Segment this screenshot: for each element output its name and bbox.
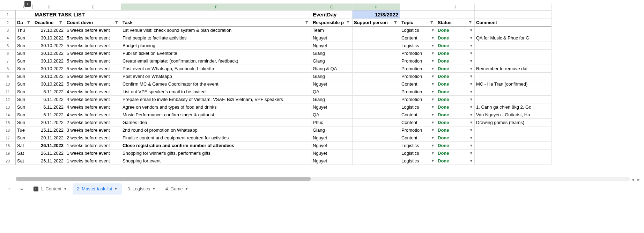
cell-day[interactable]: Sun xyxy=(16,50,33,57)
scroll-left-icon[interactable]: ◄ xyxy=(630,177,635,182)
cell-countdown[interactable]: 5 weeks before event xyxy=(65,34,121,42)
filter-icon[interactable] xyxy=(467,20,473,25)
cell-countdown[interactable]: 4 weeks before event xyxy=(65,88,121,96)
cell-task[interactable]: Prepare email to invite Embassy of Vietn… xyxy=(121,96,311,103)
dropdown-icon[interactable]: ▼ xyxy=(469,44,473,48)
row-header[interactable]: 1 xyxy=(0,10,16,19)
cell-topic[interactable]: Logistics▼ xyxy=(400,142,436,150)
filter-icon[interactable] xyxy=(114,20,119,25)
dropdown-icon[interactable]: ▼ xyxy=(469,74,473,78)
dropdown-icon[interactable]: ▼ xyxy=(431,151,435,155)
dropdown-icon[interactable]: ▼ xyxy=(431,67,435,71)
cell-comment[interactable] xyxy=(475,42,552,50)
cell-status[interactable]: Done▼ xyxy=(436,103,475,111)
cell-deadline[interactable]: 6.11.2022 xyxy=(33,111,65,119)
cell-responsible[interactable]: Nguyet xyxy=(311,134,353,142)
cell-support[interactable] xyxy=(353,119,400,126)
cell-comment[interactable]: Drawing games (teams) xyxy=(475,119,552,126)
cell-responsible[interactable]: Giang xyxy=(311,50,353,57)
col-header-j[interactable]: J xyxy=(436,3,475,10)
dropdown-icon[interactable]: ▼ xyxy=(469,113,473,117)
cell-support[interactable] xyxy=(353,80,400,88)
row-header[interactable]: 20 xyxy=(0,157,16,165)
cell-day[interactable]: Sun xyxy=(16,111,33,119)
cell-support[interactable] xyxy=(353,126,400,134)
scroll-right-icon[interactable]: ► xyxy=(636,177,641,182)
cell-responsible[interactable]: Giang xyxy=(311,73,353,80)
filter-icon[interactable] xyxy=(429,20,435,25)
all-sheets-button[interactable]: ≡ xyxy=(17,184,27,194)
row-header[interactable]: 15 xyxy=(0,119,16,126)
cell-status[interactable]: Done▼ xyxy=(436,73,475,80)
row-header[interactable]: 8 xyxy=(0,65,16,73)
cell-comment[interactable]: MC - Ha Tran (confirmed) xyxy=(475,80,552,88)
cell-day[interactable]: Sat xyxy=(16,142,33,150)
col-header-d[interactable]: D xyxy=(33,3,65,10)
cell-status[interactable]: Done▼ xyxy=(436,27,475,34)
cell-task[interactable]: List out VPF speaker's email to be invit… xyxy=(121,88,311,96)
cell-deadline[interactable]: 20.11.2022 xyxy=(33,134,65,142)
cell-countdown[interactable]: 5 weeks before event xyxy=(65,80,121,88)
tab-menu-icon[interactable]: ▼ xyxy=(114,187,118,191)
dropdown-icon[interactable]: ▼ xyxy=(431,90,435,94)
cell-day[interactable]: Sun xyxy=(16,73,33,80)
cell-status[interactable]: Done▼ xyxy=(436,80,475,88)
cell-support[interactable] xyxy=(353,103,400,111)
cell-responsible[interactable]: Nguyet xyxy=(311,142,353,150)
cell-comment[interactable] xyxy=(475,142,552,150)
row-header[interactable]: 11 xyxy=(0,88,16,96)
cell-deadline[interactable]: 6.11.2022 xyxy=(33,96,65,103)
col-header-e[interactable]: E xyxy=(65,3,121,10)
cell-deadline[interactable]: 30.10.2022 xyxy=(33,73,65,80)
col-header-g[interactable]: G xyxy=(311,3,353,10)
cell-topic[interactable]: Content▼ xyxy=(400,134,436,142)
cell-day[interactable]: Sun xyxy=(16,119,33,126)
row-header[interactable]: 9 xyxy=(0,73,16,80)
eventday-label-cell[interactable]: EventDay xyxy=(311,10,353,19)
cell-support[interactable] xyxy=(353,157,400,165)
cell-responsible[interactable]: QA xyxy=(311,111,353,119)
cell-topic[interactable]: Promotion▼ xyxy=(400,50,436,57)
cell-countdown[interactable]: 1 weeks before event xyxy=(65,150,121,157)
cell-status[interactable]: Done▼ xyxy=(436,119,475,126)
header-comment[interactable]: Comment xyxy=(475,19,552,27)
dropdown-icon[interactable]: ▼ xyxy=(431,59,435,63)
cell-countdown[interactable]: 2 weeks before event xyxy=(65,134,121,142)
col-header-k[interactable] xyxy=(475,3,552,10)
row-header[interactable]: 19 xyxy=(0,150,16,157)
dropdown-icon[interactable]: ▼ xyxy=(469,121,473,124)
cell-topic[interactable]: Content▼ xyxy=(400,80,436,88)
dropdown-icon[interactable]: ▼ xyxy=(469,159,473,163)
header-deadline[interactable]: Deadline xyxy=(33,19,65,27)
tab-menu-icon[interactable]: ▼ xyxy=(152,187,156,191)
cell-topic[interactable]: Logistics▼ xyxy=(400,42,436,50)
cell-task[interactable]: Agree on vendors and types of food and d… xyxy=(121,103,311,111)
cell-task[interactable]: Games Idea xyxy=(121,119,311,126)
cell-responsible[interactable]: Giang xyxy=(311,96,353,103)
row-header[interactable]: 12 xyxy=(0,96,16,103)
cell-deadline[interactable]: 30.10.2022 xyxy=(33,34,65,42)
cell-support[interactable] xyxy=(353,96,400,103)
cell-support[interactable] xyxy=(353,88,400,96)
cell-comment[interactable] xyxy=(475,96,552,103)
row-header[interactable]: 2 xyxy=(0,19,16,27)
cell-deadline[interactable]: 26.11.2022 xyxy=(33,157,65,165)
dropdown-icon[interactable]: ▼ xyxy=(431,44,435,48)
cell-countdown[interactable]: 4 weeks before event xyxy=(65,111,121,119)
filter-icon[interactable] xyxy=(304,20,310,25)
dropdown-icon[interactable]: ▼ xyxy=(431,105,435,109)
cell-responsible[interactable]: Nguyet xyxy=(311,80,353,88)
row-header[interactable]: 16 xyxy=(0,126,16,134)
col-header-h[interactable]: H xyxy=(353,3,400,10)
cell-support[interactable] xyxy=(353,34,400,42)
cell-topic[interactable]: Logistics▼ xyxy=(400,157,436,165)
cell-day[interactable]: Sun xyxy=(16,134,33,142)
sheet-tab[interactable]: 3. Logistics▼ xyxy=(123,183,160,195)
filter-icon[interactable] xyxy=(345,20,351,25)
tab-menu-icon[interactable]: ▼ xyxy=(64,187,67,191)
cell[interactable] xyxy=(65,10,121,19)
cell-comment[interactable] xyxy=(475,150,552,157)
cell-deadline[interactable]: 30.10.2022 xyxy=(33,50,65,57)
cell-topic[interactable]: Logistics▼ xyxy=(400,103,436,111)
cell-comment[interactable] xyxy=(475,57,552,65)
